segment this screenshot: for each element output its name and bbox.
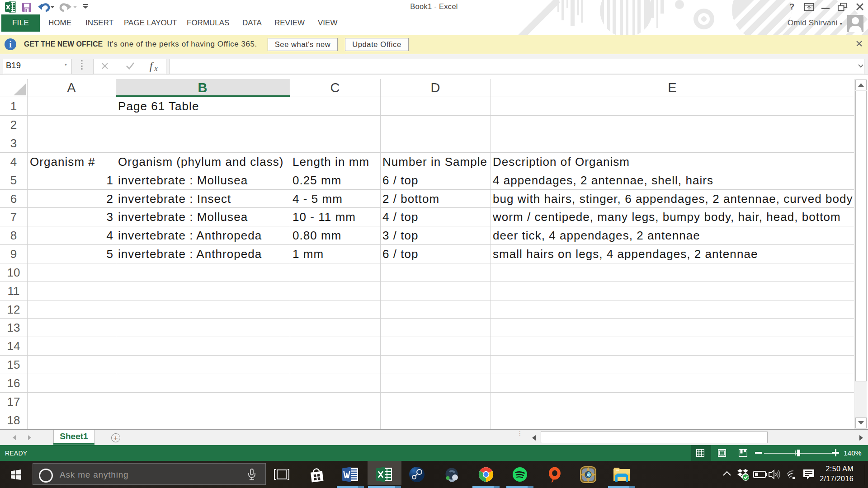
svg-text:f: f [149, 60, 154, 73]
svg-text:x: x [154, 65, 157, 72]
